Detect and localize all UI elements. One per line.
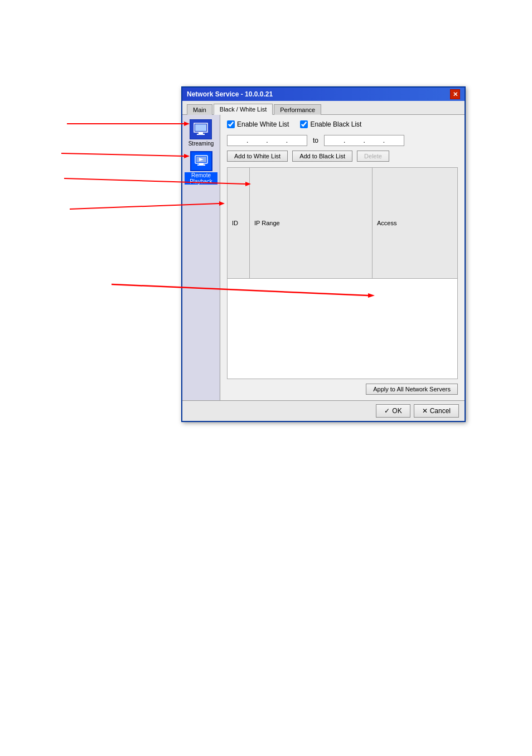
remote-playback-svg bbox=[194, 154, 209, 168]
cancel-label: Cancel bbox=[430, 407, 451, 415]
enable-black-list-item: Enable Black List bbox=[300, 120, 361, 128]
dialog-body: Streaming Remote Playback bbox=[182, 115, 465, 400]
cancel-icon: ✕ bbox=[422, 407, 428, 415]
enable-white-list-item: Enable White List bbox=[227, 120, 289, 128]
ip-list-table: ID IP Range Access bbox=[227, 167, 458, 279]
ok-icon: ✓ bbox=[384, 407, 390, 415]
sidebar-item-remote-playback[interactable]: Remote Playback bbox=[185, 151, 217, 185]
add-black-list-button[interactable]: Add to Black List bbox=[292, 151, 352, 162]
table-header-id: ID bbox=[228, 168, 250, 279]
remote-playback-label: Remote Playback bbox=[185, 172, 217, 185]
table-header-access: Access bbox=[373, 168, 458, 279]
add-white-list-button[interactable]: Add to White List bbox=[227, 151, 288, 162]
apply-all-network-servers-button[interactable]: Apply to All Network Servers bbox=[366, 384, 458, 395]
dialog-footer: ✓ OK ✕ Cancel bbox=[182, 400, 465, 421]
svg-rect-11 bbox=[195, 124, 206, 131]
ip-end-o2[interactable] bbox=[346, 137, 362, 144]
ip-start-o2[interactable] bbox=[249, 137, 265, 144]
dialog-title: Network Service - 10.0.0.21 bbox=[187, 90, 273, 98]
ip-range-row: . . . to . . . bbox=[227, 135, 458, 146]
ok-label: OK bbox=[392, 407, 402, 415]
dialog-content: Enable White List Enable Black List . . … bbox=[220, 115, 465, 400]
ip-end-o1[interactable] bbox=[327, 137, 342, 144]
ok-button[interactable]: ✓ OK bbox=[376, 404, 410, 418]
streaming-label: Streaming bbox=[188, 140, 214, 147]
checkbox-row: Enable White List Enable Black List bbox=[227, 120, 458, 128]
enable-white-list-label: Enable White List bbox=[237, 120, 289, 128]
ip-start-field: . . . bbox=[227, 135, 307, 146]
enable-white-list-checkbox[interactable] bbox=[227, 120, 235, 128]
enable-black-list-label: Enable Black List bbox=[310, 120, 361, 128]
table-body bbox=[227, 279, 458, 379]
dialog-titlebar: Network Service - 10.0.0.21 ✕ bbox=[182, 88, 465, 101]
ip-end-o3[interactable] bbox=[366, 137, 382, 144]
network-service-dialog: Network Service - 10.0.0.21 ✕ Main Black… bbox=[181, 86, 466, 422]
to-label: to bbox=[313, 137, 318, 144]
ip-start-o4[interactable] bbox=[289, 137, 304, 144]
close-button[interactable]: ✕ bbox=[450, 89, 460, 99]
streaming-icon bbox=[190, 119, 212, 139]
ip-end-field: . . . bbox=[324, 135, 404, 146]
ip-end-o4[interactable] bbox=[386, 137, 402, 144]
table-header-ip-range: IP Range bbox=[250, 168, 373, 279]
tab-bar: Main Black / White List Performance bbox=[182, 101, 465, 115]
streaming-svg bbox=[193, 122, 209, 137]
svg-rect-18 bbox=[197, 164, 205, 166]
ip-start-o1[interactable] bbox=[230, 137, 245, 144]
cancel-button[interactable]: ✕ Cancel bbox=[414, 404, 459, 418]
apply-row: Apply to All Network Servers bbox=[227, 384, 458, 395]
ip-start-o3[interactable] bbox=[269, 137, 285, 144]
tab-main[interactable]: Main bbox=[187, 104, 212, 115]
svg-rect-13 bbox=[197, 134, 205, 135]
action-buttons-row: Add to White List Add to Black List Dele… bbox=[227, 151, 458, 162]
dialog-sidebar: Streaming Remote Playback bbox=[182, 115, 220, 400]
tab-blackwhitelist[interactable]: Black / White List bbox=[214, 104, 273, 115]
enable-black-list-checkbox[interactable] bbox=[300, 120, 308, 128]
tab-performance[interactable]: Performance bbox=[274, 104, 321, 115]
svg-line-2 bbox=[61, 153, 184, 156]
delete-button[interactable]: Delete bbox=[357, 151, 389, 162]
remote-playback-icon bbox=[190, 151, 212, 171]
sidebar-item-streaming[interactable]: Streaming bbox=[188, 119, 214, 147]
svg-rect-17 bbox=[199, 163, 204, 164]
svg-rect-12 bbox=[199, 132, 203, 134]
